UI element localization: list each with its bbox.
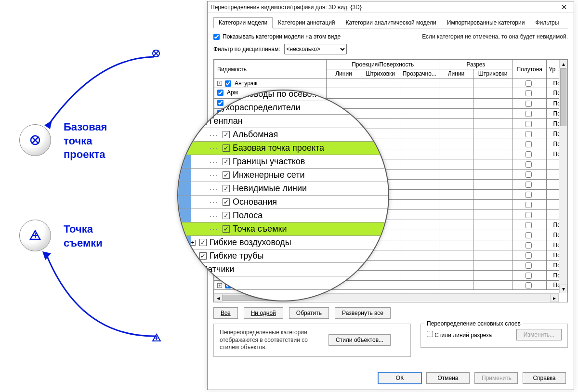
- magnifier-row[interactable]: ⋯Альбомная: [177, 128, 389, 142]
- halftone-checkbox[interactable]: [525, 202, 532, 208]
- magnifier-checkbox[interactable]: [223, 158, 230, 165]
- magnifier-checkbox[interactable]: [223, 171, 230, 179]
- magnifier-item-label: Точка съемки: [233, 224, 287, 234]
- magnifier-row[interactable]: ⋯Инженерные сети: [177, 169, 389, 182]
- halftone-checkbox[interactable]: [525, 212, 532, 218]
- expand-all-button[interactable]: Развернуть все: [335, 307, 391, 319]
- magnifier-checkbox[interactable]: [199, 252, 207, 260]
- select-none-button[interactable]: Ни одной: [244, 307, 283, 319]
- halftone-checkbox[interactable]: [525, 131, 532, 137]
- project-base-point-circle: [19, 124, 51, 156]
- cut-line-styles-checkbox-label[interactable]: Стили линий разреза: [427, 331, 492, 339]
- layers-override-legend: Переопределение основных слоев: [425, 320, 523, 327]
- halftone-checkbox[interactable]: [525, 282, 532, 288]
- unchecked-hint: Если категория не отмечена, то она будет…: [422, 33, 568, 40]
- magnifier-item-label: Гибкие воздуховоды: [210, 237, 291, 248]
- halftone-checkbox[interactable]: [525, 242, 532, 248]
- project-base-point-marker: [19, 124, 51, 156]
- row-visibility-checkbox[interactable]: [217, 90, 223, 96]
- scroll-right-arrow[interactable]: ▸: [550, 294, 559, 302]
- apply-button: Применить: [474, 372, 518, 384]
- magnifier-row[interactable]: ⋯Точка съемки: [177, 222, 389, 236]
- halftone-checkbox[interactable]: [525, 101, 532, 107]
- halftone-checkbox[interactable]: [525, 182, 532, 188]
- magnifier-item-label: Альбомная: [233, 130, 278, 140]
- tab-filters[interactable]: Фильтры: [530, 17, 564, 28]
- halftone-checkbox[interactable]: [525, 111, 532, 117]
- vertical-scroll-thumb[interactable]: [560, 68, 566, 126]
- magnifier-row[interactable]: +Гибкие трубы: [177, 249, 389, 263]
- magnifier-checkbox[interactable]: [199, 239, 207, 246]
- magnifier-item-label: Инженерные сети: [233, 170, 305, 180]
- show-model-categories-checkbox[interactable]: [213, 34, 220, 40]
- project-base-point-label: Базовая точка проекта: [64, 120, 107, 162]
- col-halftone[interactable]: Полутона: [512, 60, 547, 78]
- magnifier-item-label: Базовая точка проекта: [233, 143, 324, 153]
- scroll-left-arrow[interactable]: ◂: [214, 294, 223, 302]
- dialog-titlebar[interactable]: Переопределения видимости/графики для: 3…: [208, 1, 574, 13]
- dialog-footer: ОК Отмена Применить Справка: [378, 372, 566, 384]
- halftone-checkbox[interactable]: [525, 222, 532, 228]
- halftone-checkbox[interactable]: [525, 232, 532, 238]
- tab-imported-categories[interactable]: Импортированные категории: [442, 17, 530, 28]
- halftone-checkbox[interactable]: [525, 252, 532, 259]
- tab-model-categories[interactable]: Категории модели: [213, 17, 273, 28]
- halftone-checkbox[interactable]: [525, 262, 532, 269]
- project-base-point-icon: [29, 134, 41, 146]
- scroll-down-arrow[interactable]: ▾: [559, 285, 567, 293]
- magnifier-checkbox[interactable]: [223, 225, 230, 233]
- magnifier-item-label: Гибкие трубы: [210, 251, 264, 261]
- cancel-button[interactable]: Отмена: [426, 372, 470, 384]
- ok-button[interactable]: ОК: [378, 372, 421, 384]
- magnifier-item-label: Генплан: [210, 116, 243, 126]
- tab-analytical-categories[interactable]: Категории аналитической модели: [341, 17, 442, 28]
- col-cut-hatch[interactable]: Штриховки: [473, 69, 512, 78]
- col-projection-group[interactable]: Проекция/Поверхность: [327, 60, 439, 69]
- col-proj-hatch[interactable]: Штриховки: [361, 69, 400, 78]
- magnifier-item-label: Границы участков: [233, 157, 305, 167]
- halftone-checkbox[interactable]: [525, 151, 532, 157]
- col-cut-lines[interactable]: Линии: [439, 69, 473, 78]
- modify-button: Изменить...: [516, 329, 562, 340]
- halftone-checkbox[interactable]: [525, 90, 532, 96]
- invert-button[interactable]: Обратить: [289, 307, 329, 319]
- row-visibility-checkbox[interactable]: [217, 100, 223, 106]
- magnifier-checkbox[interactable]: [223, 212, 230, 219]
- col-cut-group[interactable]: Разрез: [439, 60, 512, 69]
- col-proj-trans[interactable]: Прозрачно...: [400, 69, 439, 78]
- magnifier-checkbox[interactable]: [223, 144, 230, 152]
- help-button[interactable]: Справка: [523, 372, 566, 384]
- magnifier-item-label: Основания: [233, 197, 277, 207]
- tab-annotation-categories[interactable]: Категории аннотаций: [273, 17, 340, 28]
- magnifier-item-label: Невидимые линии: [233, 183, 307, 194]
- halftone-checkbox[interactable]: [525, 161, 532, 168]
- close-button[interactable]: ✕: [557, 2, 571, 12]
- magnifier-row[interactable]: +Гибкие воздуховоды: [177, 236, 389, 249]
- halftone-checkbox[interactable]: [525, 121, 532, 127]
- magnifier-checkbox[interactable]: [223, 198, 230, 206]
- magnifier-checkbox[interactable]: [223, 131, 230, 138]
- magnifier-row[interactable]: ⋯Невидимые линии: [177, 182, 389, 196]
- arrow-to-project-point: [39, 53, 164, 130]
- select-all-button[interactable]: Все: [213, 307, 238, 319]
- scroll-up-arrow[interactable]: ▴: [559, 60, 567, 68]
- magnifier-row[interactable]: ⋯Основания: [177, 196, 389, 209]
- col-visibility[interactable]: Видимость: [214, 60, 327, 78]
- halftone-checkbox[interactable]: [525, 192, 532, 198]
- halftone-checkbox[interactable]: [525, 141, 532, 147]
- halftone-checkbox[interactable]: [525, 171, 532, 178]
- magnifier-row[interactable]: ⋯Границы участков: [177, 155, 389, 169]
- discipline-filter-select[interactable]: <несколько>: [284, 44, 347, 54]
- object-styles-button[interactable]: Стили объектов...: [328, 334, 391, 346]
- row-visibility-checkbox[interactable]: [225, 80, 231, 87]
- cut-line-styles-checkbox[interactable]: [427, 331, 433, 337]
- magnifier-row[interactable]: ⋯Базовая точка проекта: [177, 142, 389, 155]
- col-proj-lines[interactable]: Линии: [327, 69, 361, 78]
- halftone-checkbox[interactable]: [525, 80, 532, 87]
- vertical-scrollbar[interactable]: ▴ ▾: [559, 60, 567, 293]
- magnifier-checkbox[interactable]: [223, 185, 230, 192]
- table-row[interactable]: +АнтуражПо: [214, 78, 567, 88]
- magnifier-row[interactable]: ⋯Полоса: [177, 209, 389, 222]
- survey-point-circle: [19, 220, 51, 251]
- halftone-checkbox[interactable]: [525, 273, 532, 279]
